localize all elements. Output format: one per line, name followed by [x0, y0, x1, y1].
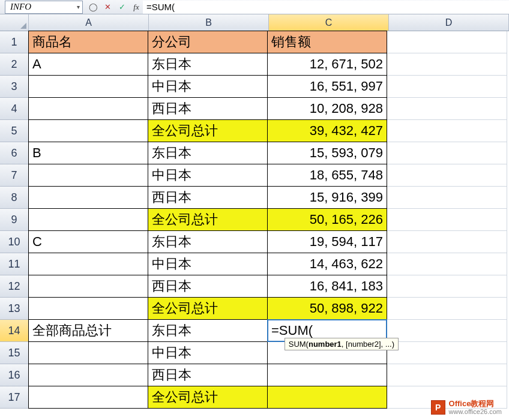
cell[interactable]: [387, 31, 507, 53]
cell[interactable]: [387, 53, 507, 76]
cell[interactable]: [387, 164, 507, 187]
cell[interactable]: [387, 142, 507, 164]
row-header[interactable]: 7: [0, 164, 29, 187]
row-header[interactable]: 10: [0, 231, 29, 253]
cell[interactable]: [387, 342, 507, 364]
column-header-c[interactable]: C: [269, 14, 389, 31]
cell[interactable]: B: [28, 142, 148, 164]
cell[interactable]: [267, 364, 387, 386]
select-all-corner[interactable]: [0, 14, 29, 31]
cell[interactable]: [28, 297, 148, 320]
cell[interactable]: 东日本: [148, 142, 268, 164]
cell[interactable]: [28, 208, 148, 231]
cell[interactable]: 西日本: [148, 97, 268, 120]
cell[interactable]: 全公司总计: [148, 119, 268, 142]
cell[interactable]: 中日本: [148, 253, 268, 275]
formula-input[interactable]: =SUM(: [143, 1, 509, 14]
cell[interactable]: 西日本: [148, 275, 268, 298]
watermark-icon: P: [431, 400, 445, 415]
cell[interactable]: [387, 120, 507, 142]
cell[interactable]: [387, 320, 507, 342]
cell[interactable]: 西日本: [148, 364, 268, 386]
name-box[interactable]: INFO ▾: [5, 1, 83, 14]
cell[interactable]: 16, 551, 997: [267, 75, 387, 98]
cell[interactable]: 全公司总计: [148, 208, 268, 231]
cell[interactable]: 全公司总计: [148, 297, 268, 320]
header-cell-c[interactable]: 销售额: [267, 31, 387, 53]
cell[interactable]: [387, 76, 507, 98]
cell[interactable]: [28, 119, 148, 142]
cell[interactable]: 东日本: [148, 53, 268, 76]
column-header-a[interactable]: A: [29, 14, 149, 31]
column-header-b[interactable]: B: [149, 14, 269, 31]
cell[interactable]: 19, 594, 117: [267, 230, 387, 253]
cell[interactable]: 15, 916, 399: [267, 186, 387, 209]
cell[interactable]: 18, 655, 748: [267, 164, 387, 187]
cell[interactable]: 12, 671, 502: [267, 53, 387, 76]
cancel-icon[interactable]: ✕: [101, 1, 114, 13]
row-header[interactable]: 1: [0, 31, 29, 53]
header-cell-a[interactable]: 商品名: [28, 31, 148, 53]
row-header[interactable]: 13: [0, 298, 29, 320]
cell[interactable]: [28, 341, 148, 364]
cell[interactable]: [387, 253, 507, 275]
cell[interactable]: C: [28, 230, 148, 253]
cell[interactable]: 中日本: [148, 341, 268, 364]
grid-row: 15中日本: [0, 342, 509, 364]
confirm-icon[interactable]: ✓: [115, 1, 128, 13]
cell[interactable]: 10, 208, 928: [267, 97, 387, 120]
cell[interactable]: 东日本: [148, 230, 268, 253]
cell[interactable]: 东日本: [148, 319, 268, 342]
cell[interactable]: 50, 165, 226: [267, 208, 387, 231]
cell[interactable]: [387, 98, 507, 120]
row-header[interactable]: 9: [0, 209, 29, 231]
cell[interactable]: 39, 432, 427: [267, 119, 387, 142]
dropdown-icon[interactable]: ▾: [77, 4, 80, 10]
cell[interactable]: [28, 364, 148, 386]
grid-row: 5全公司总计39, 432, 427: [0, 120, 509, 142]
cell[interactable]: [387, 231, 507, 253]
watermark-url: www.office26.com: [449, 408, 502, 415]
row-header[interactable]: 17: [0, 386, 29, 409]
cell[interactable]: [28, 164, 148, 187]
row-header[interactable]: 16: [0, 364, 29, 386]
row-header[interactable]: 6: [0, 142, 29, 164]
cell[interactable]: [387, 275, 507, 298]
row-header[interactable]: 8: [0, 187, 29, 209]
fx-icon[interactable]: fx: [130, 1, 143, 13]
row-header[interactable]: 3: [0, 76, 29, 98]
cell[interactable]: [387, 209, 507, 231]
cell[interactable]: [28, 186, 148, 209]
cell[interactable]: [28, 253, 148, 275]
row-header[interactable]: 15: [0, 342, 29, 364]
cell[interactable]: 50, 898, 922: [267, 297, 387, 320]
row-header[interactable]: 2: [0, 53, 29, 76]
cell[interactable]: 14, 463, 622: [267, 253, 387, 275]
row-header[interactable]: 5: [0, 120, 29, 142]
cell[interactable]: 中日本: [148, 164, 268, 187]
cell[interactable]: [28, 75, 148, 98]
row-header[interactable]: 11: [0, 253, 29, 275]
cell[interactable]: 全部商品总计: [28, 319, 148, 342]
cell[interactable]: A: [28, 53, 148, 76]
cell[interactable]: [28, 97, 148, 120]
cell[interactable]: [28, 386, 148, 409]
cell[interactable]: [387, 364, 507, 386]
active-cell[interactable]: =SUM(SUM(number1, [number2], ...): [267, 319, 387, 342]
cell[interactable]: [387, 187, 507, 209]
cell[interactable]: [267, 386, 387, 409]
cell[interactable]: 中日本: [148, 75, 268, 98]
cell[interactable]: [28, 275, 148, 298]
column-header-d[interactable]: D: [389, 14, 509, 31]
cell[interactable]: 全公司总计: [148, 386, 268, 409]
cell[interactable]: 西日本: [148, 186, 268, 209]
row-header[interactable]: 14: [0, 320, 29, 342]
cell[interactable]: 16, 841, 183: [267, 275, 387, 298]
cell[interactable]: [387, 298, 507, 320]
row-header[interactable]: 12: [0, 275, 29, 298]
formula-text: =SUM(: [146, 2, 175, 12]
grid-row: 7中日本18, 655, 748: [0, 164, 509, 187]
header-cell-b[interactable]: 分公司: [148, 31, 268, 53]
row-header[interactable]: 4: [0, 98, 29, 120]
cell[interactable]: 15, 593, 079: [267, 142, 387, 164]
